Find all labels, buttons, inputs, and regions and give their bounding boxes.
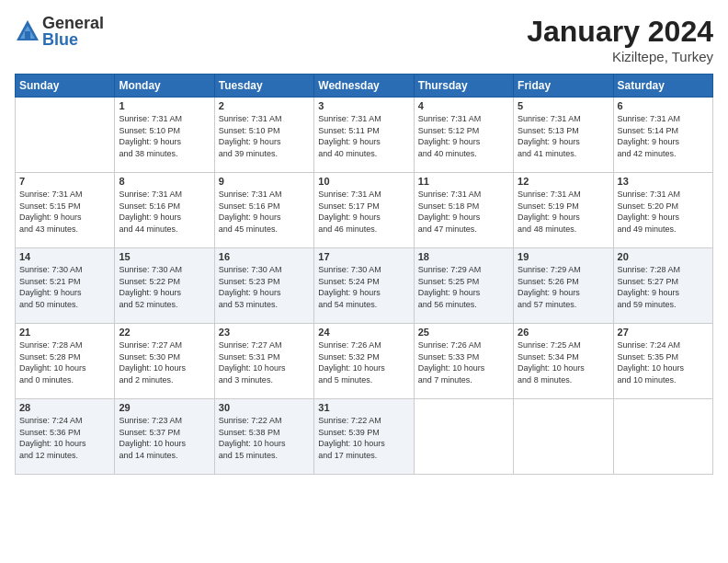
week-row-1: 1Sunrise: 7:31 AM Sunset: 5:10 PM Daylig… bbox=[16, 98, 713, 173]
calendar-day: 20Sunrise: 7:28 AM Sunset: 5:27 PM Dayli… bbox=[613, 248, 712, 324]
day-number: 1 bbox=[119, 100, 210, 111]
calendar-day bbox=[16, 98, 115, 173]
calendar-day: 26Sunrise: 7:25 AM Sunset: 5:34 PM Dayli… bbox=[514, 324, 613, 399]
day-info: Sunrise: 7:28 AM Sunset: 5:28 PM Dayligh… bbox=[19, 339, 110, 385]
calendar-day: 11Sunrise: 7:31 AM Sunset: 5:18 PM Dayli… bbox=[414, 173, 513, 248]
day-info: Sunrise: 7:24 AM Sunset: 5:36 PM Dayligh… bbox=[19, 415, 110, 461]
day-number: 28 bbox=[19, 402, 110, 413]
calendar-day bbox=[613, 399, 712, 475]
day-number: 7 bbox=[19, 176, 110, 187]
day-info: Sunrise: 7:31 AM Sunset: 5:10 PM Dayligh… bbox=[219, 113, 310, 159]
month-title: January 2024 bbox=[527, 15, 713, 49]
logo: General Blue bbox=[15, 15, 104, 48]
calendar-day: 3Sunrise: 7:31 AM Sunset: 5:11 PM Daylig… bbox=[314, 98, 414, 173]
day-number: 30 bbox=[219, 402, 310, 413]
day-number: 26 bbox=[518, 327, 609, 338]
day-info: Sunrise: 7:31 AM Sunset: 5:14 PM Dayligh… bbox=[618, 113, 709, 159]
day-info: Sunrise: 7:30 AM Sunset: 5:24 PM Dayligh… bbox=[318, 264, 409, 310]
day-info: Sunrise: 7:31 AM Sunset: 5:17 PM Dayligh… bbox=[318, 189, 409, 235]
day-info: Sunrise: 7:31 AM Sunset: 5:18 PM Dayligh… bbox=[418, 189, 509, 235]
week-row-2: 7Sunrise: 7:31 AM Sunset: 5:15 PM Daylig… bbox=[16, 173, 713, 248]
week-row-4: 21Sunrise: 7:28 AM Sunset: 5:28 PM Dayli… bbox=[16, 324, 713, 399]
day-info: Sunrise: 7:23 AM Sunset: 5:37 PM Dayligh… bbox=[119, 415, 210, 461]
logo-blue-text: Blue bbox=[42, 31, 104, 48]
day-info: Sunrise: 7:28 AM Sunset: 5:27 PM Dayligh… bbox=[618, 264, 709, 310]
day-number: 25 bbox=[418, 327, 509, 338]
day-number: 20 bbox=[618, 251, 709, 262]
location: Kiziltepe, Turkey bbox=[527, 49, 713, 64]
calendar-day: 14Sunrise: 7:30 AM Sunset: 5:21 PM Dayli… bbox=[16, 248, 115, 324]
day-info: Sunrise: 7:31 AM Sunset: 5:10 PM Dayligh… bbox=[119, 113, 210, 159]
day-info: Sunrise: 7:27 AM Sunset: 5:31 PM Dayligh… bbox=[219, 339, 310, 385]
day-number: 5 bbox=[518, 100, 609, 111]
day-number: 16 bbox=[219, 251, 310, 262]
day-number: 9 bbox=[219, 176, 310, 187]
day-info: Sunrise: 7:25 AM Sunset: 5:34 PM Dayligh… bbox=[518, 339, 609, 385]
day-info: Sunrise: 7:31 AM Sunset: 5:20 PM Dayligh… bbox=[618, 189, 709, 235]
col-friday: Friday bbox=[514, 75, 613, 98]
calendar-table: Sunday Monday Tuesday Wednesday Thursday… bbox=[15, 74, 713, 475]
calendar-day: 28Sunrise: 7:24 AM Sunset: 5:36 PM Dayli… bbox=[16, 399, 115, 475]
title-block: January 2024 Kiziltepe, Turkey bbox=[527, 15, 713, 64]
calendar-day: 6Sunrise: 7:31 AM Sunset: 5:14 PM Daylig… bbox=[613, 98, 712, 173]
calendar-day: 19Sunrise: 7:29 AM Sunset: 5:26 PM Dayli… bbox=[514, 248, 613, 324]
calendar-day bbox=[414, 399, 513, 475]
day-number: 22 bbox=[119, 327, 210, 338]
day-info: Sunrise: 7:30 AM Sunset: 5:23 PM Dayligh… bbox=[219, 264, 310, 310]
day-info: Sunrise: 7:30 AM Sunset: 5:21 PM Dayligh… bbox=[19, 264, 110, 310]
day-info: Sunrise: 7:26 AM Sunset: 5:32 PM Dayligh… bbox=[318, 339, 409, 385]
day-number: 10 bbox=[318, 176, 409, 187]
day-number: 2 bbox=[219, 100, 310, 111]
col-monday: Monday bbox=[115, 75, 214, 98]
week-row-5: 28Sunrise: 7:24 AM Sunset: 5:36 PM Dayli… bbox=[16, 399, 713, 475]
week-row-3: 14Sunrise: 7:30 AM Sunset: 5:21 PM Dayli… bbox=[16, 248, 713, 324]
calendar-day: 9Sunrise: 7:31 AM Sunset: 5:16 PM Daylig… bbox=[214, 173, 313, 248]
logo-text: General Blue bbox=[42, 15, 104, 48]
col-tuesday: Tuesday bbox=[214, 75, 313, 98]
col-saturday: Saturday bbox=[613, 75, 712, 98]
col-wednesday: Wednesday bbox=[314, 75, 414, 98]
day-info: Sunrise: 7:31 AM Sunset: 5:16 PM Dayligh… bbox=[119, 189, 210, 235]
day-number: 27 bbox=[618, 327, 709, 338]
col-thursday: Thursday bbox=[414, 75, 513, 98]
day-number: 8 bbox=[119, 176, 210, 187]
page: General Blue January 2024 Kiziltepe, Tur… bbox=[0, 0, 728, 563]
day-number: 15 bbox=[119, 251, 210, 262]
logo-icon bbox=[15, 18, 40, 44]
calendar-day: 2Sunrise: 7:31 AM Sunset: 5:10 PM Daylig… bbox=[214, 98, 313, 173]
day-info: Sunrise: 7:31 AM Sunset: 5:16 PM Dayligh… bbox=[219, 189, 310, 235]
calendar-day: 12Sunrise: 7:31 AM Sunset: 5:19 PM Dayli… bbox=[514, 173, 613, 248]
calendar-day: 17Sunrise: 7:30 AM Sunset: 5:24 PM Dayli… bbox=[314, 248, 414, 324]
header: General Blue January 2024 Kiziltepe, Tur… bbox=[15, 15, 713, 64]
day-number: 13 bbox=[618, 176, 709, 187]
day-number: 11 bbox=[418, 176, 509, 187]
day-info: Sunrise: 7:31 AM Sunset: 5:13 PM Dayligh… bbox=[518, 113, 609, 159]
calendar-day: 13Sunrise: 7:31 AM Sunset: 5:20 PM Dayli… bbox=[613, 173, 712, 248]
day-number: 29 bbox=[119, 402, 210, 413]
day-info: Sunrise: 7:31 AM Sunset: 5:11 PM Dayligh… bbox=[318, 113, 409, 159]
day-info: Sunrise: 7:31 AM Sunset: 5:19 PM Dayligh… bbox=[518, 189, 609, 235]
calendar-day: 31Sunrise: 7:22 AM Sunset: 5:39 PM Dayli… bbox=[314, 399, 414, 475]
day-info: Sunrise: 7:22 AM Sunset: 5:38 PM Dayligh… bbox=[219, 415, 310, 461]
calendar-header-row: Sunday Monday Tuesday Wednesday Thursday… bbox=[16, 75, 713, 98]
day-number: 12 bbox=[518, 176, 609, 187]
day-number: 3 bbox=[318, 100, 409, 111]
calendar-day: 10Sunrise: 7:31 AM Sunset: 5:17 PM Dayli… bbox=[314, 173, 414, 248]
calendar-day: 27Sunrise: 7:24 AM Sunset: 5:35 PM Dayli… bbox=[613, 324, 712, 399]
day-info: Sunrise: 7:31 AM Sunset: 5:12 PM Dayligh… bbox=[418, 113, 509, 159]
day-number: 21 bbox=[19, 327, 110, 338]
day-number: 19 bbox=[518, 251, 609, 262]
calendar-day: 4Sunrise: 7:31 AM Sunset: 5:12 PM Daylig… bbox=[414, 98, 513, 173]
day-number: 31 bbox=[318, 402, 409, 413]
day-info: Sunrise: 7:31 AM Sunset: 5:15 PM Dayligh… bbox=[19, 189, 110, 235]
svg-rect-2 bbox=[25, 31, 30, 39]
calendar-day: 5Sunrise: 7:31 AM Sunset: 5:13 PM Daylig… bbox=[514, 98, 613, 173]
day-number: 6 bbox=[618, 100, 709, 111]
day-info: Sunrise: 7:29 AM Sunset: 5:25 PM Dayligh… bbox=[418, 264, 509, 310]
day-number: 18 bbox=[418, 251, 509, 262]
day-number: 14 bbox=[19, 251, 110, 262]
calendar-day: 7Sunrise: 7:31 AM Sunset: 5:15 PM Daylig… bbox=[16, 173, 115, 248]
day-info: Sunrise: 7:30 AM Sunset: 5:22 PM Dayligh… bbox=[119, 264, 210, 310]
day-info: Sunrise: 7:22 AM Sunset: 5:39 PM Dayligh… bbox=[318, 415, 409, 461]
day-info: Sunrise: 7:27 AM Sunset: 5:30 PM Dayligh… bbox=[119, 339, 210, 385]
